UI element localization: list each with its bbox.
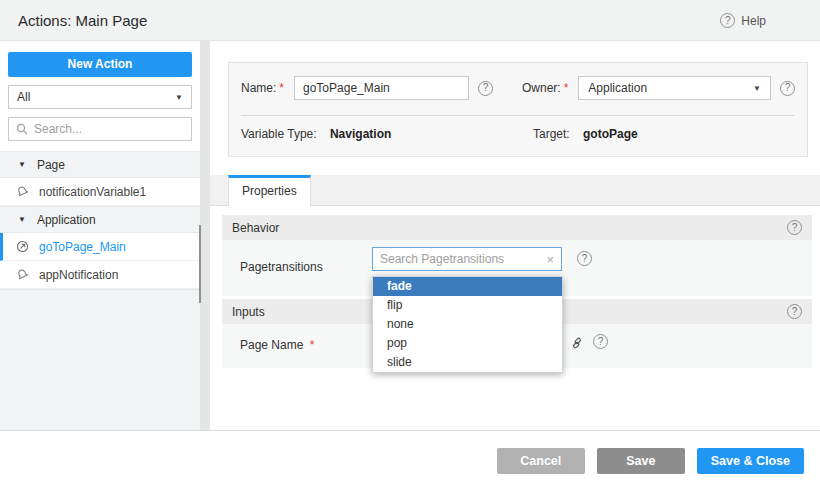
- owner-select[interactable]: Application ▼: [578, 76, 771, 100]
- chevron-down-icon: ▼: [175, 93, 183, 102]
- dropdown-option-flip[interactable]: flip: [373, 296, 562, 315]
- name-label: Name:: [241, 81, 276, 95]
- required-asterisk: *: [279, 81, 284, 95]
- help-icon[interactable]: ?: [577, 251, 592, 266]
- sidebar-scrollbar-thumb[interactable]: [199, 225, 201, 303]
- sidebar-search[interactable]: [8, 117, 192, 141]
- page-name-label: Page Name *: [240, 338, 314, 352]
- clear-icon[interactable]: ×: [546, 252, 554, 267]
- sidebar-filler: [0, 289, 200, 430]
- cancel-button[interactable]: Cancel: [497, 448, 585, 474]
- notification-icon: [16, 268, 29, 281]
- help-icon: ?: [720, 13, 735, 28]
- help-icon[interactable]: ?: [787, 304, 802, 319]
- filter-select[interactable]: All ▼: [8, 85, 192, 109]
- pagetransitions-combobox[interactable]: ×: [372, 247, 562, 271]
- search-icon: [16, 123, 28, 135]
- tree-group-page[interactable]: ▼ Page: [0, 151, 200, 178]
- tree-group-label: Page: [37, 158, 65, 172]
- help-button[interactable]: ? Help: [720, 0, 766, 41]
- owner-label: Owner:: [522, 81, 561, 95]
- action-header-card: Name: * ? Owner: * Application ▼ ? Varia…: [228, 62, 808, 157]
- top-bar: Actions: Main Page ? Help: [0, 0, 820, 41]
- binding-link-icon[interactable]: [570, 336, 584, 350]
- tree-item-label: notificationVariable1: [39, 185, 146, 199]
- pagetransitions-label: Pagetransitions: [240, 260, 323, 274]
- dropdown-option-slide[interactable]: slide: [373, 353, 562, 372]
- help-icon[interactable]: ?: [478, 81, 493, 96]
- tree-group-label: Application: [37, 213, 96, 227]
- help-icon[interactable]: ?: [787, 220, 802, 235]
- goto-page-icon: [16, 240, 29, 253]
- chevron-down-icon: ▼: [753, 84, 761, 93]
- save-and-close-button[interactable]: Save & Close: [697, 448, 804, 474]
- tree-item-label: goToPage_Main: [39, 240, 126, 254]
- tab-bar: Properties: [210, 175, 820, 206]
- pagetransitions-dropdown: fade flip none pop slide: [372, 276, 563, 373]
- new-action-button[interactable]: New Action: [8, 52, 192, 77]
- variable-type-value: Navigation: [330, 127, 391, 141]
- page-title: Actions: Main Page: [18, 0, 147, 41]
- owner-select-value: Application: [588, 81, 647, 95]
- help-icon[interactable]: ?: [593, 334, 608, 349]
- dropdown-option-fade[interactable]: fade: [373, 277, 562, 296]
- target-label: Target:: [533, 127, 570, 141]
- notification-icon: [16, 185, 29, 198]
- pagetransitions-search-input[interactable]: [380, 252, 542, 266]
- inputs-section-title: Inputs: [232, 305, 265, 319]
- tab-properties[interactable]: Properties: [228, 175, 311, 206]
- tree-group-application[interactable]: ▼ Application: [0, 206, 200, 233]
- required-asterisk: *: [310, 338, 315, 352]
- actions-sidebar: New Action All ▼ ▼ Page notificationVari…: [0, 41, 200, 430]
- filter-select-value: All: [17, 90, 30, 104]
- save-button[interactable]: Save: [597, 448, 685, 474]
- target-value: gotoPage: [583, 127, 638, 141]
- actions-tree: ▼ Page notificationVariable1 ▼ Applicati…: [0, 151, 200, 289]
- variable-type-label: Variable Type:: [241, 127, 317, 141]
- card-divider: [241, 115, 795, 116]
- panel-divider: [200, 41, 210, 430]
- required-asterisk: *: [564, 81, 569, 95]
- help-label: Help: [741, 14, 766, 28]
- tree-item-appNotification[interactable]: appNotification: [0, 261, 200, 289]
- help-icon[interactable]: ?: [780, 81, 795, 96]
- behavior-section-title: Behavior: [232, 221, 279, 235]
- footer: Cancel Save Save & Close: [0, 431, 820, 488]
- dropdown-option-none[interactable]: none: [373, 315, 562, 334]
- tree-item-notificationVariable1[interactable]: notificationVariable1: [0, 178, 200, 206]
- name-field[interactable]: [294, 76, 469, 100]
- tree-item-goToPage_Main[interactable]: goToPage_Main: [0, 233, 200, 261]
- search-input[interactable]: [34, 122, 184, 136]
- action-editor: Name: * ? Owner: * Application ▼ ? Varia…: [210, 41, 820, 430]
- dropdown-option-pop[interactable]: pop: [373, 334, 562, 353]
- tree-item-label: appNotification: [39, 268, 118, 282]
- collapse-triangle-icon: ▼: [18, 215, 26, 224]
- collapse-triangle-icon: ▼: [18, 160, 26, 169]
